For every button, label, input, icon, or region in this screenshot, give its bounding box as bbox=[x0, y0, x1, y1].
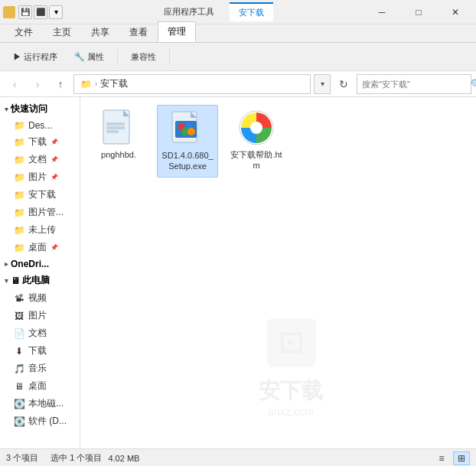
tab-manage[interactable]: 管理 bbox=[158, 21, 196, 42]
ribbon: 文件 主页 共享 查看 管理 ▶ 运行程序 🔧 属性 兼容性 bbox=[0, 24, 476, 71]
pin-icon: 📌 bbox=[51, 244, 58, 251]
pictures-icon: 🖼 bbox=[14, 311, 24, 321]
sidebar-section-quickaccess[interactable]: ▾ 快速访问 bbox=[0, 100, 80, 118]
sidebar-item-label: 图片 bbox=[28, 171, 47, 184]
file-item-pnghhbd[interactable]: pnghhbd. bbox=[88, 105, 149, 178]
forward-btn[interactable]: › bbox=[28, 74, 47, 94]
search-input[interactable] bbox=[362, 80, 468, 89]
address-box[interactable]: 📁 › 安下载 bbox=[73, 74, 311, 94]
ribbon-section-compat: 兼容性 bbox=[124, 48, 170, 66]
save-btn[interactable]: 💾 bbox=[18, 5, 32, 19]
minimize-btn[interactable]: ─ bbox=[364, 0, 399, 24]
tab-andown[interactable]: 安下载 bbox=[230, 2, 273, 21]
folder-icon: 📁 bbox=[14, 225, 24, 236]
sidebar-item-docs2[interactable]: 📄 文档 bbox=[0, 324, 80, 342]
watermark-subtext: anxz.com bbox=[259, 406, 323, 418]
properties-btn2[interactable]: 🔧 属性 bbox=[67, 48, 111, 66]
disk-icon: 💽 bbox=[14, 416, 24, 427]
folder-icon: 📁 bbox=[14, 190, 24, 200]
thispc-icon: 🖥 bbox=[11, 275, 20, 286]
status-selected: 选中 1 个项目 bbox=[51, 452, 102, 464]
sidebar-item-label: 图片 bbox=[28, 309, 47, 322]
sidebar-item-video[interactable]: 📽 视频 bbox=[0, 289, 80, 307]
sidebar-item-andown[interactable]: 📁 安下载 bbox=[0, 186, 80, 204]
sidebar-item-label: 图片管... bbox=[28, 206, 64, 219]
chevron-icon: ▸ bbox=[5, 260, 8, 268]
sidebar-item-des[interactable]: 📁 Des... bbox=[0, 118, 80, 133]
sidebar-item-desktop[interactable]: 📁 桌面 📌 bbox=[0, 239, 80, 256]
file-item-exe[interactable]: SD1.4.0.680_Setup.exe bbox=[157, 105, 218, 178]
sidebar-item-picmgr[interactable]: 📁 图片管... bbox=[0, 204, 80, 221]
folder-icon: 📁 bbox=[14, 155, 24, 165]
compat-btn[interactable]: 兼容性 bbox=[124, 48, 163, 66]
sidebar-item-softdisk[interactable]: 💽 软件 (D... bbox=[0, 412, 80, 430]
status-count: 3 个项目 bbox=[6, 452, 38, 464]
onedrive-label: OneDri... bbox=[11, 259, 49, 269]
pin-icon: 📌 bbox=[51, 138, 58, 145]
folder-icon: 📁 bbox=[14, 137, 24, 148]
properties-btn[interactable]: ⬛ bbox=[34, 5, 47, 19]
thispc-label: 此电脑 bbox=[22, 274, 50, 287]
tab-share[interactable]: 共享 bbox=[81, 22, 119, 42]
file-label: 安下载帮助.htm bbox=[229, 149, 284, 171]
run-btn[interactable]: ▶ 运行程序 bbox=[6, 48, 64, 66]
sidebar-item-docs[interactable]: 📁 文档 📌 bbox=[0, 151, 80, 168]
title-tabs: 应用程序工具 安下载 bbox=[63, 2, 364, 21]
maximize-btn[interactable]: □ bbox=[401, 0, 436, 24]
pin-icon: 📌 bbox=[51, 174, 58, 181]
file-label: SD1.4.0.680_Setup.exe bbox=[161, 150, 214, 172]
back-btn[interactable]: ‹ bbox=[5, 74, 24, 94]
sidebar-item-desktop2[interactable]: 🖥 桌面 bbox=[0, 377, 80, 395]
address-dropdown-btn[interactable]: ▾ bbox=[314, 74, 331, 94]
file-label: pnghhbd. bbox=[101, 149, 136, 160]
sidebar-item-label: 视频 bbox=[28, 292, 47, 305]
file-icon-generic bbox=[100, 109, 137, 146]
list-view-btn[interactable]: ≡ bbox=[433, 451, 450, 465]
refresh-btn[interactable]: ↻ bbox=[334, 74, 354, 94]
svg-rect-4 bbox=[107, 127, 124, 129]
up-btn[interactable]: ↑ bbox=[51, 74, 70, 94]
address-path: 安下载 bbox=[100, 77, 128, 90]
title-bar: 💾 ⬛ ▾ 应用程序工具 安下载 ─ □ ✕ bbox=[0, 0, 476, 24]
grid-view-btn[interactable]: ⊞ bbox=[453, 451, 470, 465]
folder-icon: 📁 bbox=[14, 120, 24, 131]
sidebar-item-label: 文档 bbox=[28, 327, 47, 340]
quickaccess-label: 快速访问 bbox=[11, 103, 47, 116]
music-icon: 🎵 bbox=[14, 363, 24, 374]
tab-app-tools[interactable]: 应用程序工具 bbox=[155, 3, 223, 21]
disk-icon: 💽 bbox=[14, 399, 24, 409]
tab-home[interactable]: 主页 bbox=[43, 22, 81, 42]
sidebar-item-label: 音乐 bbox=[28, 362, 47, 375]
status-size: 4.02 MB bbox=[108, 454, 139, 463]
title-bar-left: 💾 ⬛ ▾ bbox=[3, 5, 63, 19]
sidebar-item-label: 本地磁... bbox=[28, 397, 64, 410]
chevron-icon: ▾ bbox=[5, 277, 8, 285]
sidebar-item-upload[interactable]: 📁 未上传 bbox=[0, 221, 80, 239]
search-box[interactable]: 🔍 bbox=[357, 74, 471, 94]
sidebar-item-download[interactable]: 📁 下载 📌 bbox=[0, 133, 80, 151]
tab-view[interactable]: 查看 bbox=[119, 22, 158, 42]
sidebar-item-music[interactable]: 🎵 音乐 bbox=[0, 360, 80, 377]
address-bar-row: ‹ › ↑ 📁 › 安下载 ▾ ↻ 🔍 bbox=[0, 71, 476, 97]
desktop-icon: 🖥 bbox=[14, 381, 24, 392]
ribbon-tabs: 文件 主页 共享 查看 管理 bbox=[0, 24, 476, 43]
sidebar-section-onedrive[interactable]: ▸ OneDri... bbox=[0, 256, 80, 272]
docs-icon: 📄 bbox=[14, 328, 24, 339]
sidebar-section-thispc[interactable]: ▾ 🖥 此电脑 bbox=[0, 272, 80, 289]
main-area: ▾ 快速访问 📁 Des... 📁 下载 📌 📁 文档 📌 📁 图片 📌 📁 安… bbox=[0, 97, 476, 448]
sidebar-item-label: 安下载 bbox=[28, 188, 56, 201]
svg-point-12 bbox=[187, 128, 195, 135]
file-item-htm[interactable]: 安下载帮助.htm bbox=[226, 105, 287, 178]
close-btn[interactable]: ✕ bbox=[438, 0, 473, 24]
sidebar-item-localdisk[interactable]: 💽 本地磁... bbox=[0, 395, 80, 412]
sidebar-item-label: 桌面 bbox=[28, 241, 47, 254]
sidebar-item-pictures2[interactable]: 🖼 图片 bbox=[0, 307, 80, 324]
tab-file[interactable]: 文件 bbox=[5, 22, 43, 42]
address-root-icon: 📁 bbox=[80, 79, 92, 90]
sidebar-item-pictures[interactable]: 📁 图片 📌 bbox=[0, 168, 80, 186]
sidebar-item-label: 下载 bbox=[28, 344, 47, 357]
sidebar-item-dl2[interactable]: ⬇ 下载 bbox=[0, 342, 80, 360]
sidebar-item-label: 下载 bbox=[28, 135, 47, 148]
search-icon: 🔍 bbox=[471, 79, 476, 90]
dropdown-btn[interactable]: ▾ bbox=[49, 5, 63, 19]
